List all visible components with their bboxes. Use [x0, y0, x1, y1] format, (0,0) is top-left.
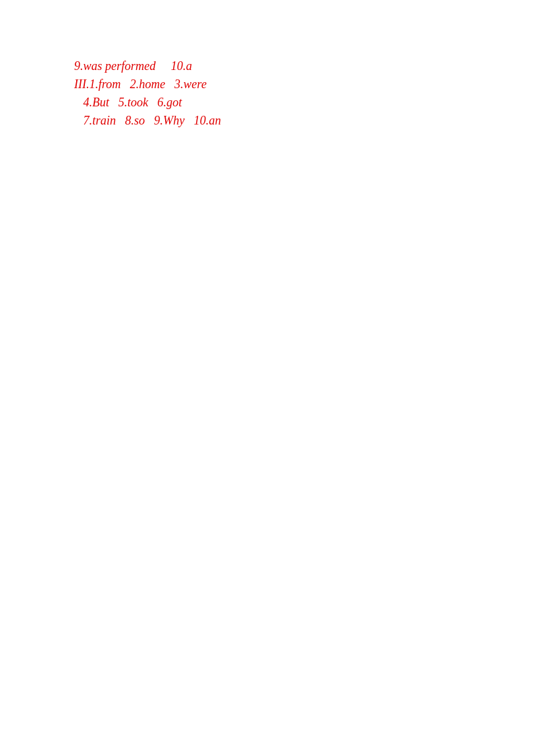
line-4: 7.train 8.so 9.Why 10.an — [74, 114, 221, 128]
answer-content: 9.was performed 10.a III.1.from 2.home 3… — [74, 59, 221, 132]
line-4-text: 7.train 8.so 9.Why 10.an — [74, 114, 221, 128]
line-2: III.1.from 2.home 3.were — [74, 77, 221, 92]
line-3: 4.But 5.took 6.got — [74, 96, 221, 110]
line-3-text: 4.But 5.took 6.got — [74, 96, 182, 110]
line-1-text: 9.was performed 10.a — [74, 59, 192, 73]
line-1: 9.was performed 10.a — [74, 59, 221, 73]
line-2-text: III.1.from 2.home 3.were — [74, 77, 207, 92]
